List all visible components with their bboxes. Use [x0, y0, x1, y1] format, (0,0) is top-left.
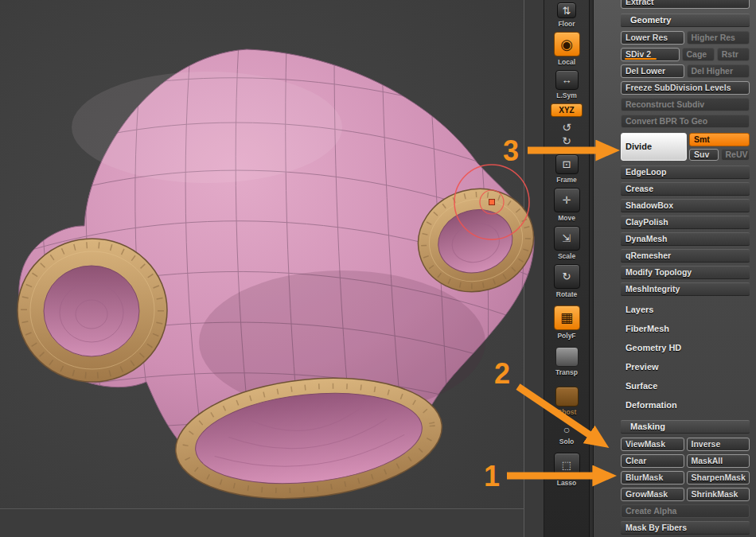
polyf-label: PolyF: [557, 332, 575, 340]
modify-topology-subpalette[interactable]: Modify Topology: [621, 266, 750, 279]
floor-icon: ⇅: [557, 2, 576, 18]
claypolish-subpalette[interactable]: ClayPolish: [621, 216, 750, 229]
lsym-icon: ↔: [555, 70, 579, 90]
scale-label: Scale: [558, 252, 575, 260]
spin-ccw-button[interactable]: ↺: [559, 121, 575, 134]
polyf-icon: ▦: [554, 305, 580, 330]
extract-button[interactable]: Extract: [621, 0, 750, 9]
fibermesh-section[interactable]: FiberMesh: [621, 323, 750, 334]
divide-button[interactable]: Divide: [621, 133, 687, 161]
lsym-label: L.Sym: [556, 91, 577, 99]
rotate-label: Rotate: [556, 290, 577, 298]
blurmask-button[interactable]: BlurMask: [621, 471, 684, 484]
maskall-button[interactable]: MaskAll: [687, 454, 750, 468]
scale-icon: ⇲: [554, 226, 580, 251]
lasso-label: Lasso: [557, 479, 577, 487]
frame-button[interactable]: ⊡ Frame: [555, 154, 579, 184]
sdiv-slider-fill: [625, 58, 657, 60]
shrinkmask-button[interactable]: ShrinkMask: [687, 488, 750, 501]
frame-icon: ⊡: [555, 154, 579, 174]
ghost-button[interactable]: Ghost: [555, 387, 579, 416]
mesh-left-socket: [18, 239, 167, 382]
spin-ccw-icon: ↺: [559, 121, 575, 134]
frame-label: Frame: [556, 176, 577, 184]
qremesher-subpalette[interactable]: qRemesher: [621, 249, 750, 263]
reconstruct-subdiv-button: Reconstruct Subdiv: [621, 98, 750, 111]
preview-section[interactable]: Preview: [621, 361, 750, 372]
rstr-button: Rstr: [717, 48, 750, 61]
suv-toggle[interactable]: Suv: [689, 149, 719, 161]
crease-subpalette[interactable]: Crease: [621, 182, 750, 196]
clear-mask-button[interactable]: Clear: [621, 454, 684, 468]
lasso-button[interactable]: ⬚ Lasso: [554, 453, 580, 487]
edgeloop-subpalette[interactable]: EdgeLoop: [621, 165, 750, 179]
transp-label: Transp: [555, 368, 578, 376]
rotate-icon: ↻: [554, 264, 580, 289]
higher-res-button: Higher Res: [687, 31, 750, 45]
lower-res-button[interactable]: Lower Res: [621, 31, 684, 45]
local-icon: ◉: [554, 32, 580, 56]
shadowbox-subpalette[interactable]: ShadowBox: [621, 199, 750, 212]
viewmask-button[interactable]: ViewMask: [621, 438, 684, 451]
surface-section[interactable]: Surface: [621, 380, 750, 391]
local-button[interactable]: ◉ Local: [554, 32, 580, 66]
growmask-button[interactable]: GrowMask: [621, 488, 684, 501]
spin-cw-button[interactable]: ↻: [559, 134, 575, 147]
create-alpha-button: Create Alpha: [621, 504, 750, 518]
mask-by-fibers-subpalette[interactable]: Mask By Fibers: [621, 521, 750, 535]
layers-section[interactable]: Layers: [621, 304, 750, 315]
floor-label: Floor: [558, 20, 575, 28]
sharpenmask-button[interactable]: SharpenMask: [687, 471, 750, 484]
local-label: Local: [558, 58, 575, 66]
solo-icon: ○: [559, 423, 575, 436]
viewport-canvas[interactable]: [0, 0, 544, 537]
geometry-hd-section[interactable]: Geometry HD: [621, 342, 750, 353]
mesh-highlight: [72, 72, 342, 183]
viewport-scene: [0, 0, 544, 537]
ghost-label: Ghost: [557, 408, 577, 416]
lasso-icon: ⬚: [554, 453, 580, 477]
geometry-section-header[interactable]: Geometry: [621, 14, 750, 27]
transp-icon: [555, 347, 579, 367]
meshintegrity-subpalette[interactable]: MeshIntegrity: [621, 282, 750, 296]
move-icon: ✛: [554, 188, 580, 212]
xyz-button[interactable]: XYZ: [551, 103, 583, 117]
smt-toggle[interactable]: Smt: [689, 133, 750, 146]
del-higher-button: Del Higher: [687, 64, 750, 78]
sdiv-slider[interactable]: SDiv 2: [621, 48, 680, 61]
polyf-button[interactable]: ▦ PolyF: [554, 305, 580, 340]
solo-label: Solo: [559, 438, 574, 446]
tool-panel: Extract Geometry Lower Res Higher Res SD…: [594, 0, 756, 537]
scale-button[interactable]: ⇲ Scale: [554, 226, 580, 260]
ghost-icon: [555, 387, 579, 407]
rotate-button[interactable]: ↻ Rotate: [554, 264, 580, 298]
move-button[interactable]: ✛ Move: [554, 188, 580, 222]
dynamesh-subpalette[interactable]: DynaMesh: [621, 232, 750, 246]
shuttle-toolbar: ⇅ Floor ◉ Local ↔ L.Sym XYZ ↺ ↻ ⊡ Frame …: [544, 0, 590, 537]
masking-section-header[interactable]: Masking: [621, 420, 750, 434]
floor-button[interactable]: ⇅ Floor: [557, 2, 576, 28]
move-label: Move: [558, 214, 575, 222]
spin-cw-icon: ↻: [559, 134, 575, 147]
convert-bpr-button: Convert BPR To Geo: [621, 115, 750, 128]
document-margin-bottom: [0, 509, 524, 537]
deformation-section[interactable]: Deformation: [621, 399, 750, 411]
solo-button[interactable]: ○ Solo: [559, 423, 575, 446]
transp-button[interactable]: Transp: [555, 347, 579, 376]
reuv-button: ReUV: [721, 149, 750, 161]
cage-button: Cage: [682, 48, 715, 61]
inverse-button[interactable]: Inverse: [687, 438, 750, 451]
xyz-icon: XYZ: [551, 103, 583, 117]
mesh-model[interactable]: [16, 41, 544, 511]
zbrush-window: ⇅ Floor ◉ Local ↔ L.Sym XYZ ↺ ↻ ⊡ Frame …: [0, 0, 756, 537]
freeze-subdivision-button[interactable]: Freeze SubDivision Levels: [621, 81, 750, 95]
lsym-button[interactable]: ↔ L.Sym: [555, 70, 579, 99]
del-lower-button[interactable]: Del Lower: [621, 64, 684, 78]
